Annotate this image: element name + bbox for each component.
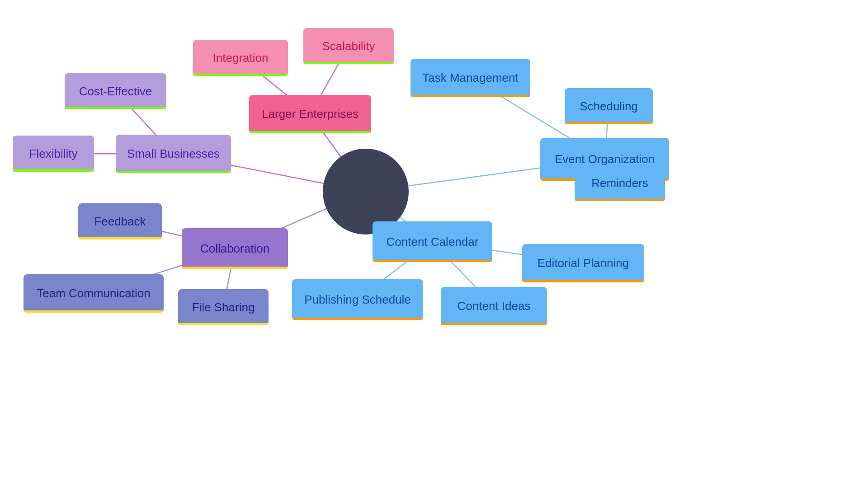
small-businesses-node: Small Businesses	[116, 135, 231, 173]
integration-node: Integration	[193, 40, 288, 76]
content-ideas-node: Content Ideas	[441, 287, 547, 325]
team-communication-node: Team Communication	[24, 274, 164, 313]
scalability-node: Scalability	[303, 28, 394, 64]
feedback-node: Feedback	[78, 203, 162, 239]
publishing-schedule-node: Publishing Schedule	[292, 279, 423, 320]
flexibility-node: Flexibility	[13, 136, 94, 172]
content-calendar-node: Content Calendar	[373, 221, 492, 262]
task-management-node: Task Management	[410, 59, 530, 97]
larger-enterprises-node: Larger Enterprises	[249, 95, 371, 133]
collaboration-node: Collaboration	[182, 228, 288, 269]
file-sharing-node: File Sharing	[178, 289, 269, 325]
editorial-planning-node: Editorial Planning	[522, 244, 644, 282]
scheduling-node: Scheduling	[565, 88, 653, 124]
reminders-node: Reminders	[575, 165, 665, 201]
cost-effective-node: Cost-Effective	[65, 73, 166, 109]
